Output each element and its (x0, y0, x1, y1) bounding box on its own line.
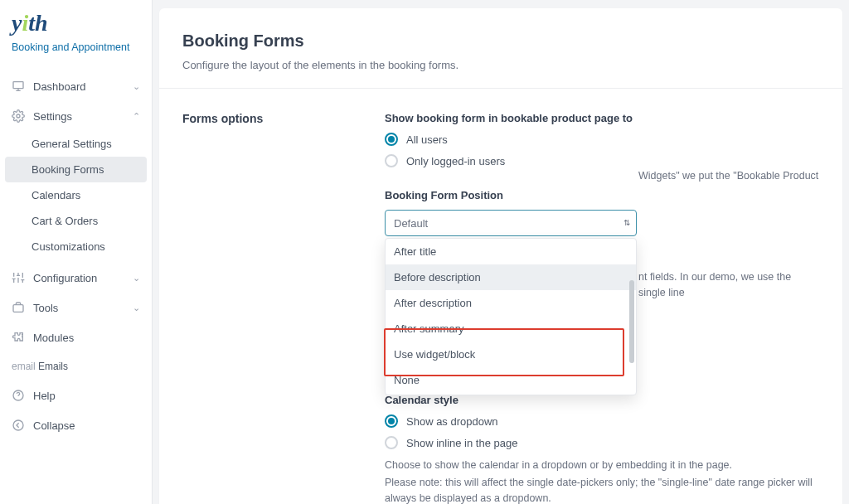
help-icon (12, 389, 25, 402)
subnav-cart-orders[interactable]: Cart & Orders (0, 208, 152, 234)
field-label: Show booking form in bookable product pa… (385, 112, 819, 124)
field-show-form: Show booking form in bookable product pa… (385, 112, 819, 167)
brand: yith Booking and Appointment (0, 12, 152, 65)
card-header: Booking Forms Configure the layout of th… (159, 8, 842, 89)
dd-after-description[interactable]: After description (386, 290, 636, 316)
nav-emails[interactable]: email Emails (0, 352, 152, 380)
svg-point-4 (13, 420, 23, 430)
select-caret-icon: ⇅ (623, 219, 630, 227)
radio-icon (385, 133, 398, 146)
radio-show-dropdown[interactable]: Show as dropdown (385, 414, 819, 428)
settings-card: Booking Forms Configure the layout of th… (159, 8, 842, 504)
dd-before-description[interactable]: Before description (386, 264, 636, 290)
field-label: Booking Form Position (385, 189, 819, 201)
page-title: Booking Forms (182, 32, 819, 51)
sliders-icon (12, 271, 25, 284)
radio-icon (385, 414, 398, 428)
monitor-icon (12, 80, 25, 93)
subnav-general-settings[interactable]: General Settings (0, 131, 152, 157)
chevron-up-icon: ⌃ (133, 111, 140, 122)
gear-icon (12, 109, 25, 123)
form-column: Show booking form in bookable product pa… (385, 112, 819, 504)
dropdown-scrollbar[interactable] (629, 280, 634, 363)
chevron-down-icon: ⌄ (133, 81, 140, 92)
svg-rect-0 (13, 82, 23, 89)
help-text-fragment: Widgets" we put the "Bookable Product (638, 168, 818, 184)
dd-after-summary[interactable]: After summary (386, 316, 636, 342)
section-title: Forms options (182, 112, 365, 125)
help-text-fragment: nt fields. In our demo, we use the singl… (638, 269, 819, 301)
svg-rect-2 (13, 305, 23, 313)
nav: Dashboard ⌄ Settings ⌃ General Settings … (0, 71, 152, 440)
position-select[interactable]: Default ⇅ After title Before description… (385, 210, 637, 236)
nav-settings[interactable]: Settings ⌃ (0, 101, 152, 131)
nav-configuration[interactable]: Configuration ⌄ (0, 263, 152, 293)
subnav-booking-forms[interactable]: Booking Forms (5, 157, 147, 182)
dd-after-title[interactable]: After title (386, 239, 636, 264)
radio-icon (385, 154, 398, 167)
help-text: Please note: this will affect the single… (385, 475, 819, 504)
field-label: Calendar style (385, 394, 819, 406)
nav-modules[interactable]: Modules (0, 322, 152, 352)
svg-point-1 (17, 114, 20, 118)
radio-all-users[interactable]: All users (385, 133, 819, 146)
field-position: Booking Form Position Default ⇅ After ti… (385, 189, 819, 236)
brand-logo: yith (12, 12, 140, 35)
collapse-icon (12, 419, 25, 432)
nav-tools[interactable]: Tools ⌄ (0, 293, 152, 322)
puzzle-icon (12, 331, 25, 344)
settings-subnav: General Settings Booking Forms Calendars… (0, 131, 152, 259)
chevron-down-icon: ⌄ (133, 303, 140, 313)
card-body: Forms options Show booking form in booka… (159, 89, 842, 504)
select-box[interactable]: Default ⇅ (385, 210, 637, 236)
subnav-calendars[interactable]: Calendars (0, 182, 152, 208)
brand-subtitle: Booking and Appointment (12, 41, 140, 53)
briefcase-icon (12, 301, 25, 314)
main: Booking Forms Configure the layout of th… (153, 0, 849, 504)
help-text: Choose to show the calendar in a dropdow… (385, 458, 819, 473)
sidebar: yith Booking and Appointment Dashboard ⌄… (0, 0, 153, 504)
nav-collapse[interactable]: Collapse (0, 410, 152, 440)
page-description: Configure the layout of the elements in … (182, 59, 819, 71)
radio-icon (385, 436, 398, 449)
radio-logged-users[interactable]: Only logged-in users (385, 154, 819, 167)
field-calendar-style: Calendar style Show as dropdown Show inl… (385, 394, 819, 504)
chevron-down-icon: ⌄ (133, 273, 140, 284)
subnav-customizations[interactable]: Customizations (0, 234, 152, 259)
radio-show-inline[interactable]: Show inline in the page (385, 436, 819, 449)
nav-dashboard[interactable]: Dashboard ⌄ (0, 71, 152, 101)
dd-none[interactable]: None (386, 367, 636, 393)
position-dropdown: After title Before description After des… (385, 238, 637, 395)
section-column: Forms options (182, 112, 365, 504)
nav-help[interactable]: Help (0, 380, 152, 410)
dd-use-widget[interactable]: Use widget/block (386, 342, 636, 367)
